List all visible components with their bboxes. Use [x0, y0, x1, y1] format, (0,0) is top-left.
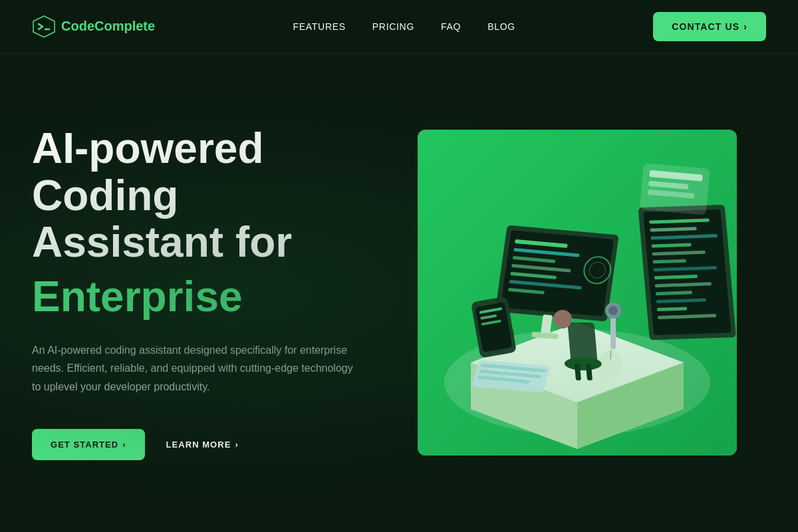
svg-line-40 — [610, 350, 611, 359]
hero-content: AI-powered Coding Assistant for Enterpri… — [32, 125, 418, 460]
nav-links: FEATURES PRICING FAQ BLOG — [293, 21, 515, 33]
svg-rect-55 — [610, 316, 616, 349]
svg-point-42 — [553, 310, 572, 329]
nav-features[interactable]: FEATURES — [293, 21, 346, 32]
hero-title-enterprise: Enterprise — [32, 272, 391, 321]
logo-text: CodeComplete — [61, 19, 155, 34]
hero-actions: GET STARTED › LEARN MORE › — [32, 429, 391, 460]
svg-marker-0 — [33, 16, 55, 37]
navbar: CodeComplete FEATURES PRICING FAQ BLOG C… — [0, 0, 798, 53]
logo-icon — [32, 15, 56, 39]
svg-point-57 — [608, 306, 618, 315]
svg-rect-31 — [640, 163, 710, 215]
illustration-svg — [418, 130, 737, 456]
hero-illustration — [418, 130, 737, 456]
svg-rect-41 — [567, 323, 597, 362]
nav-blog[interactable]: BLOG — [487, 21, 515, 32]
logo[interactable]: CodeComplete — [32, 15, 155, 39]
learn-more-button[interactable]: LEARN MORE › — [166, 440, 239, 450]
get-started-button[interactable]: GET STARTED › — [32, 429, 145, 460]
hero-title: AI-powered Coding Assistant for — [32, 125, 391, 265]
contact-us-button[interactable]: CONTACT US › — [653, 12, 766, 41]
nav-pricing[interactable]: PRICING — [372, 21, 414, 32]
hero-section: AI-powered Coding Assistant for Enterpri… — [0, 53, 798, 532]
hero-description: An AI-powered coding assistant designed … — [32, 341, 364, 396]
nav-faq[interactable]: FAQ — [441, 21, 461, 32]
hero-illustration-container — [418, 130, 737, 456]
